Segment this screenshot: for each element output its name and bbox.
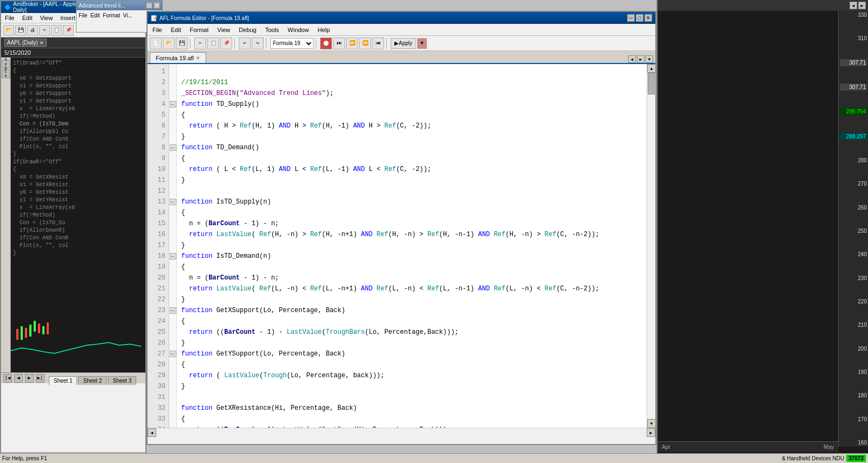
- adv-menu-v[interactable]: Vi...: [123, 12, 132, 18]
- fold-btn-27[interactable]: −: [170, 351, 176, 357]
- afl-btn-save[interactable]: 💾: [176, 37, 188, 49]
- adv-menu-edit[interactable]: Edit: [91, 12, 100, 18]
- afl-btn-cut[interactable]: ✂: [194, 37, 206, 49]
- right-chart-btn-2[interactable]: ▶: [858, 2, 866, 9]
- afl-menu-tools[interactable]: Tools: [264, 26, 281, 34]
- afl-menu-help[interactable]: Help: [316, 26, 331, 34]
- toolbar-btn-6[interactable]: 📌: [63, 25, 74, 36]
- scrollbar-up-btn[interactable]: ▲: [647, 64, 655, 73]
- ticker-tag[interactable]: AAPL (Daily) ✕: [4, 39, 47, 47]
- toolbar-sep-2: [234, 38, 237, 49]
- tab-scroll-menu[interactable]: ▼: [646, 55, 653, 63]
- afl-menu-format[interactable]: Format: [188, 26, 210, 34]
- afl-tab-close-btn[interactable]: ✕: [196, 55, 200, 61]
- fold-spacer-19: [169, 262, 176, 272]
- adv-menu-file[interactable]: File: [79, 12, 87, 18]
- price-210: 210: [840, 322, 867, 328]
- tab-scroll-right[interactable]: ▶: [637, 55, 644, 63]
- fold-btn-4[interactable]: −: [170, 101, 176, 107]
- date-axis: Apr May: [658, 441, 838, 452]
- nav-first[interactable]: |◀: [3, 374, 12, 383]
- toolbar-btn-4[interactable]: ✂: [39, 25, 50, 36]
- horizontal-scrollbar: ◀ ▶: [148, 428, 655, 436]
- fold-btn-18[interactable]: −: [170, 253, 176, 259]
- hscroll-right-btn[interactable]: ▶: [647, 428, 655, 437]
- afl-apply-button[interactable]: ▶Apply: [391, 38, 416, 49]
- chart-svg: [11, 264, 145, 372]
- afl-btn-redo[interactable]: ↪: [252, 37, 264, 49]
- sheet-tab-2[interactable]: Sheet 2: [78, 376, 106, 385]
- sidebar-icon-charts[interactable]: Ch: [2, 69, 10, 78]
- fold-spacer-21: [169, 283, 176, 294]
- sheet-tab-1[interactable]: Sheet 1: [49, 376, 77, 385]
- adv-minimize[interactable]: ─: [146, 2, 152, 9]
- toolbar-sep-4: [316, 38, 318, 49]
- afl-menu-edit[interactable]: Edit: [169, 26, 183, 34]
- afl-btn-undo[interactable]: ↩: [239, 37, 251, 49]
- afl-menu-window[interactable]: Window: [286, 26, 310, 34]
- afl-menu-view[interactable]: View: [216, 26, 232, 34]
- fold-column: − − − − − −: [169, 64, 177, 428]
- fold-spacer-16: [169, 229, 176, 240]
- right-chart-btn-1[interactable]: ◀: [850, 2, 857, 9]
- fold-btn-8[interactable]: −: [170, 144, 176, 151]
- afl-maximize-button[interactable]: □: [636, 14, 643, 22]
- fold-btn-13[interactable]: −: [170, 199, 176, 205]
- fold-spacer-17: [169, 240, 176, 251]
- adv-menu-format[interactable]: Format: [103, 12, 120, 18]
- toolbar-btn-2[interactable]: 💾: [15, 25, 26, 36]
- fold-btn-23[interactable]: −: [170, 307, 176, 314]
- price-310: 310: [840, 35, 867, 41]
- fold-spacer-2: [169, 77, 176, 88]
- nav-last[interactable]: ▶|: [36, 374, 44, 383]
- hscroll-left-btn[interactable]: ◀: [148, 428, 156, 437]
- menu-edit[interactable]: Edit: [21, 14, 34, 22]
- price-307-71a: 307.71: [840, 59, 867, 66]
- afl-btn-new[interactable]: 📄: [150, 37, 162, 49]
- menu-view[interactable]: View: [39, 14, 55, 22]
- afl-menubar: File Edit Format View Debug Tools Window…: [148, 24, 655, 36]
- menu-file[interactable]: File: [3, 14, 16, 22]
- scrollbar-thumb[interactable]: [648, 73, 655, 94]
- afl-btn-step2[interactable]: ⏩: [346, 37, 358, 49]
- afl-btn-copy[interactable]: 📋: [207, 37, 219, 49]
- afl-code-content[interactable]: //19/11/2011 _SECTION_BEGIN("Advanced Tr…: [177, 64, 647, 428]
- toolbar-btn-3[interactable]: 🖨: [27, 25, 38, 36]
- afl-tab-formula19[interactable]: Formula 19.afl ✕: [150, 52, 206, 63]
- afl-apply-dropdown[interactable]: ▼: [417, 38, 427, 49]
- afl-close-button[interactable]: ✕: [644, 14, 652, 22]
- fold-spacer-11: [169, 175, 176, 186]
- hscroll-track[interactable]: [156, 428, 647, 436]
- formula-selector[interactable]: Formula 19: [270, 38, 314, 49]
- afl-btn-stop[interactable]: ⬤: [320, 37, 332, 49]
- status-help-text: For Help, press F1: [2, 455, 47, 461]
- date-may: May: [824, 444, 834, 450]
- afl-menu-debug[interactable]: Debug: [237, 26, 258, 34]
- toolbar-btn-1[interactable]: 📂: [3, 25, 14, 36]
- afl-minimize-button[interactable]: ─: [627, 14, 635, 22]
- nav-next[interactable]: ▶: [25, 374, 34, 383]
- vertical-scrollbar: ▲ ▼: [647, 64, 655, 428]
- afl-btn-step3[interactable]: ⏪: [359, 37, 371, 49]
- scrollbar-down-btn[interactable]: ▼: [647, 419, 655, 428]
- price-260: 260: [840, 205, 867, 211]
- svg-rect-2: [21, 326, 23, 340]
- adv-close[interactable]: ✕: [154, 2, 160, 9]
- toolbar-sep-1: [190, 38, 192, 49]
- menu-insert[interactable]: Insert: [59, 14, 77, 22]
- tab-scroll-left[interactable]: ◀: [628, 55, 636, 63]
- afl-menu-file[interactable]: File: [151, 26, 164, 34]
- afl-btn-step[interactable]: ⏭: [333, 37, 345, 49]
- afl-btn-paste[interactable]: 📌: [220, 37, 232, 49]
- afl-btn-step4[interactable]: ⏮: [372, 37, 384, 49]
- sheet-tab-3[interactable]: Sheet 3: [108, 376, 136, 385]
- sidebar-icon-symbols[interactable]: Sym: [2, 60, 10, 68]
- price-307-71b: 307.71: [840, 84, 867, 91]
- scrollbar-track[interactable]: [647, 73, 655, 419]
- ticker-close[interactable]: ✕: [40, 40, 44, 46]
- toolbar-btn-5[interactable]: 📋: [51, 25, 62, 36]
- afl-editor-window: 📝 AFL Formula Editor - [Formula 19.afl] …: [146, 11, 656, 445]
- afl-btn-open[interactable]: 📂: [163, 37, 175, 49]
- nav-prev[interactable]: ◀: [14, 374, 23, 383]
- adv-titlebar: Advanced trend li... ─ ✕: [76, 1, 162, 10]
